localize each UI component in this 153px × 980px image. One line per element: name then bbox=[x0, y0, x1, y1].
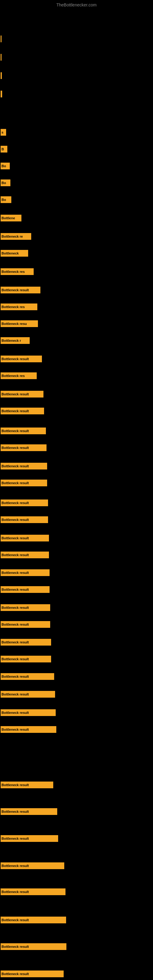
bottleneck-bar: Bottleneck result bbox=[1, 943, 66, 950]
bottleneck-bar: Bottleneck result bbox=[1, 516, 48, 523]
bar-label: Bottleneck result bbox=[2, 810, 29, 813]
bar-row: s bbox=[1, 128, 151, 137]
bottleneck-bar: Bottleneck result bbox=[1, 916, 66, 923]
bar-label: Bottleneck resu bbox=[2, 322, 27, 326]
bar-row: Bo bbox=[1, 196, 151, 204]
bar-row bbox=[1, 53, 151, 62]
bar-row: Bottleneck result bbox=[1, 970, 151, 978]
bar-row: Bottleneck result bbox=[1, 550, 151, 559]
bar-row: Bottleneck res bbox=[1, 302, 151, 311]
bar-label: Bo bbox=[2, 164, 6, 168]
bar-row bbox=[1, 90, 151, 98]
bottleneck-bar: Bo bbox=[1, 196, 11, 203]
bar-label: Bo bbox=[2, 198, 6, 202]
bar-row: Bottleneck result bbox=[1, 781, 151, 789]
bar-row bbox=[1, 72, 151, 80]
bar-label: Bottleneck result bbox=[2, 446, 29, 450]
bottleneck-bar: Bottleneck result bbox=[1, 500, 48, 506]
bar-label: Bo bbox=[2, 181, 6, 185]
bar-row: Bottleneck result bbox=[1, 620, 151, 629]
bar-label: Bottleneck result bbox=[2, 623, 29, 626]
bar-label: Bottleneck result bbox=[2, 783, 29, 787]
bar-label: B bbox=[2, 147, 4, 151]
bar-label: Bottleneck result bbox=[2, 640, 29, 644]
bar-row: Bottleneck result bbox=[1, 834, 151, 843]
bar-label: Bottleneck bbox=[2, 251, 19, 255]
bottleneck-bar: Bottleneck resu bbox=[1, 320, 38, 327]
bar-label: Bottleneck result bbox=[2, 553, 29, 557]
bottleneck-bar: Bottleneck result bbox=[1, 444, 46, 451]
bar-row: Bottleneck result bbox=[1, 585, 151, 594]
bottleneck-bar: Bottleneck result bbox=[1, 356, 42, 362]
bar-row: Bottleneck result bbox=[1, 407, 151, 415]
bar-label: Bottleneck r bbox=[2, 339, 21, 342]
bar-row: Bottleneck result bbox=[1, 888, 151, 896]
bottleneck-bar: Bottleneck result bbox=[1, 888, 65, 895]
bottleneck-bar: Bottleneck res bbox=[1, 372, 37, 379]
bar-label: Bottleneck result bbox=[2, 918, 29, 922]
bar-label: Bottleneck result bbox=[2, 464, 29, 468]
bar-row: B bbox=[1, 145, 151, 153]
bottleneck-bar: Bottleneck result bbox=[1, 808, 57, 815]
bar-row: Bottleneck result bbox=[1, 462, 151, 470]
bar-label: Bottleneck result bbox=[2, 588, 29, 591]
bar-label: Bottleneck result bbox=[2, 711, 29, 714]
bottleneck-bar bbox=[1, 54, 2, 60]
bar-label: Bottleneck result bbox=[2, 429, 29, 433]
bar-row: Bottleneck result bbox=[1, 426, 151, 435]
bottleneck-bar: Bottleneck result bbox=[1, 428, 46, 434]
bottleneck-bar: Bottleneck result bbox=[1, 621, 50, 628]
bottleneck-bar: Bottleneck result bbox=[1, 970, 64, 977]
bottleneck-bar: Bottleneck r bbox=[1, 337, 30, 344]
bottleneck-bar: Bottleneck result bbox=[1, 463, 47, 469]
bar-label: Bottleneck result bbox=[2, 606, 29, 609]
bar-row: Bottleneck result bbox=[1, 390, 151, 398]
bar-row: Bottleneck result bbox=[1, 916, 151, 924]
bar-label: Bottleneck res bbox=[2, 374, 25, 378]
bottleneck-bar: Bottlene bbox=[1, 215, 21, 221]
bottleneck-bar: Bottleneck result bbox=[1, 639, 51, 646]
bottleneck-bar: Bottleneck result bbox=[1, 691, 55, 698]
bar-label: Bottleneck result bbox=[2, 972, 29, 976]
bottleneck-bar: B bbox=[1, 146, 7, 153]
bar-row: Bottleneck resu bbox=[1, 320, 151, 328]
bottleneck-bar: Bottleneck result bbox=[1, 391, 43, 398]
bottleneck-bar: Bottleneck result bbox=[1, 286, 40, 293]
bottleneck-bar: Bottleneck result bbox=[1, 673, 54, 680]
bar-label: Bottleneck result bbox=[2, 409, 29, 413]
bottleneck-bar: Bottleneck bbox=[1, 250, 28, 257]
bottleneck-bar: Bottleneck res bbox=[1, 304, 37, 310]
bar-label: Bottleneck result bbox=[2, 657, 29, 661]
bar-row: Bottlene bbox=[1, 214, 151, 222]
bar-row: Bottleneck result bbox=[1, 638, 151, 646]
bottleneck-bar: Bottleneck result bbox=[1, 480, 47, 486]
bar-label: Bottleneck result bbox=[2, 571, 29, 574]
bar-row: Bo bbox=[1, 178, 151, 187]
bar-row: Bottleneck result bbox=[1, 355, 151, 363]
bar-label: Bottleneck result bbox=[2, 288, 29, 292]
bar-row: Bottleneck result bbox=[1, 725, 151, 734]
bottleneck-bar: Bottleneck result bbox=[1, 407, 44, 414]
bar-row: Bottleneck bbox=[1, 249, 151, 258]
bar-row: Bottleneck re bbox=[1, 232, 151, 241]
bottleneck-bar: Bottleneck result bbox=[1, 862, 64, 869]
bar-label: Bottlene bbox=[2, 216, 15, 220]
bar-row: Bottleneck res bbox=[1, 371, 151, 380]
bottleneck-bar: Bottleneck result bbox=[1, 656, 51, 662]
bottleneck-bar: Bottleneck result bbox=[1, 604, 50, 611]
bottleneck-bar: Bottleneck result bbox=[1, 835, 58, 842]
bar-row: Bottleneck result bbox=[1, 708, 151, 717]
bottleneck-bar bbox=[1, 72, 2, 79]
bar-label: Bottleneck re bbox=[2, 235, 23, 238]
bar-row: Bottleneck result bbox=[1, 479, 151, 487]
bar-row: Bottleneck r bbox=[1, 336, 151, 345]
bar-row: Bottleneck result bbox=[1, 603, 151, 612]
bar-row: Bottleneck result bbox=[1, 499, 151, 507]
bar-row: Bottleneck result bbox=[1, 861, 151, 870]
bottleneck-bar: Bottleneck result bbox=[1, 781, 53, 788]
bottleneck-bar: Bottleneck res bbox=[1, 268, 33, 275]
bar-row: Bottleneck result bbox=[1, 444, 151, 452]
bottleneck-bar: Bo bbox=[1, 162, 10, 169]
bar-label: Bottleneck result bbox=[2, 392, 29, 396]
site-title: TheBottlenecker.com bbox=[0, 0, 153, 9]
